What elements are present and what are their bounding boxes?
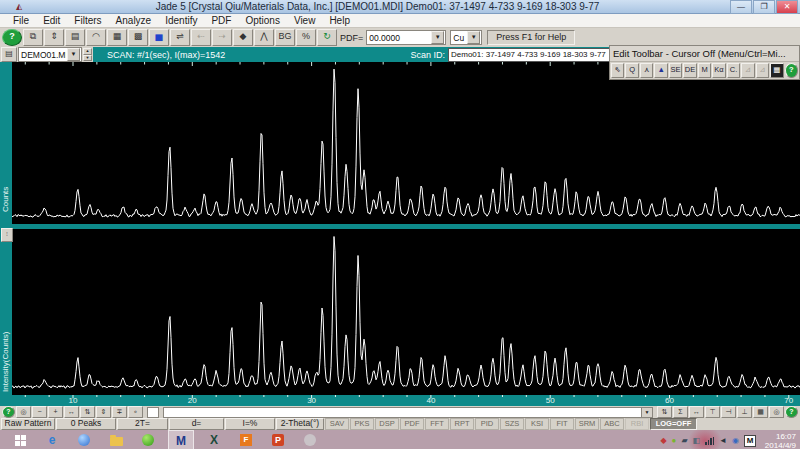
percent-button[interactable]: % bbox=[296, 29, 316, 46]
zoom-out-button[interactable]: − bbox=[32, 406, 47, 418]
status-button-srm[interactable]: SRM bbox=[575, 418, 599, 430]
expand-button[interactable]: ⇕ bbox=[96, 406, 111, 418]
display-button[interactable]: ▩ bbox=[128, 29, 148, 46]
status-button-abc[interactable]: ABC bbox=[600, 418, 624, 430]
status-button-rpt[interactable]: RPT bbox=[450, 418, 474, 430]
antivirus-icon[interactable] bbox=[136, 430, 160, 449]
menu-view[interactable]: View bbox=[287, 14, 323, 27]
input-language-icon[interactable]: M bbox=[744, 435, 756, 447]
grid-button[interactable]: ▦ bbox=[753, 406, 768, 418]
delete-edge-button[interactable]: DE bbox=[683, 63, 696, 78]
profile-fit-button[interactable]: ⋀ bbox=[254, 29, 274, 46]
status-button-ksi[interactable]: KSI bbox=[525, 418, 549, 430]
menu-filters[interactable]: Filters bbox=[67, 14, 108, 27]
help-button[interactable]: ? bbox=[785, 406, 798, 418]
help-button[interactable]: ? bbox=[785, 63, 798, 78]
minimize-button[interactable]: — bbox=[730, 0, 752, 14]
tool-b-button[interactable]: ⊿ bbox=[756, 63, 769, 78]
menu-help[interactable]: Help bbox=[322, 14, 357, 27]
tile-windows-button[interactable]: ▦ bbox=[770, 63, 783, 78]
menu-options[interactable]: Options bbox=[238, 14, 286, 27]
shift-button[interactable]: ∓ bbox=[112, 406, 127, 418]
page-icon[interactable]: ▤ bbox=[1, 47, 17, 62]
graphics-tray-icon[interactable]: ◧ bbox=[693, 436, 701, 446]
origin-button[interactable]: ◎ bbox=[16, 406, 31, 418]
log-toggle-button[interactable]: LOG=OFF bbox=[650, 418, 697, 430]
menu-pdf[interactable]: PDF bbox=[204, 14, 238, 27]
centroid-button[interactable]: C. bbox=[727, 63, 740, 78]
web-update-button[interactable]: ↻ bbox=[317, 29, 337, 46]
align-top-button[interactable]: ⊤ bbox=[705, 406, 720, 418]
reset-button[interactable]: ∘ bbox=[128, 406, 143, 418]
powerpoint-icon[interactable]: P bbox=[266, 430, 290, 449]
anode-combo[interactable]: Cu ▼ bbox=[450, 30, 482, 45]
pdf-combo[interactable]: 00.0000 ▼ bbox=[366, 30, 446, 45]
move-button[interactable]: ◆ bbox=[233, 29, 253, 46]
chevron-down-icon[interactable]: ▼ bbox=[641, 408, 652, 417]
multi-peak-button[interactable]: M bbox=[698, 63, 711, 78]
nav-mini-box[interactable] bbox=[147, 407, 159, 418]
menu-edit[interactable]: Edit bbox=[36, 14, 67, 27]
idle-app-icon[interactable] bbox=[298, 430, 322, 449]
fit-width-button[interactable]: ↔ bbox=[689, 406, 704, 418]
open-file-button[interactable]: ▤ bbox=[65, 29, 85, 46]
histogram-button[interactable]: ▅ bbox=[149, 29, 169, 46]
menu-file[interactable]: File bbox=[6, 14, 36, 27]
start-button[interactable] bbox=[8, 430, 32, 449]
edit-toolbar-title[interactable]: Edit Toolbar - Cursor Off (Menu/Ctrl=Mi.… bbox=[610, 46, 799, 62]
browser-globe-icon[interactable] bbox=[72, 430, 96, 449]
pan-horizontal-button[interactable]: ↔ bbox=[64, 406, 79, 418]
cursor-mode-button[interactable]: ⇖ bbox=[611, 63, 624, 78]
zoom-button[interactable]: Q bbox=[625, 63, 638, 78]
scan-id-input[interactable]: Demo01: 37-1497 4-733 9-169 18-303 9-77 bbox=[448, 48, 610, 62]
chevron-down-icon[interactable]: ▼ bbox=[431, 31, 444, 44]
status-button-pks[interactable]: PKS bbox=[350, 418, 374, 430]
file-spinner[interactable]: ▲▼ bbox=[83, 48, 92, 61]
file-manager-icon[interactable] bbox=[104, 430, 128, 449]
status-button-szs[interactable]: SZS bbox=[500, 418, 524, 430]
ka2-strip-button[interactable]: Kα bbox=[712, 63, 725, 78]
help-button[interactable]: ? bbox=[2, 29, 22, 46]
status-button-pid[interactable]: PID bbox=[475, 418, 499, 430]
overlay-button[interactable]: ◠ bbox=[86, 29, 106, 46]
maximize-button[interactable]: ❐ bbox=[753, 0, 775, 14]
background-button[interactable]: BG bbox=[275, 29, 295, 46]
pdf-reader-icon[interactable]: F bbox=[234, 430, 258, 449]
status-button-dsp[interactable]: DSP bbox=[375, 418, 399, 430]
pattern-tools-button[interactable]: ⧉ bbox=[23, 29, 43, 46]
delete-peak-button[interactable]: ⋏ bbox=[640, 63, 653, 78]
file-combo[interactable]: DEMO01.MDI ▼ bbox=[18, 47, 82, 62]
user-tray-icon[interactable]: ◉ bbox=[732, 436, 739, 446]
alert-tray-icon[interactable]: ◆ bbox=[660, 436, 666, 446]
scroll-button[interactable]: ⇅ bbox=[657, 406, 672, 418]
bottom-plot-canvas[interactable] bbox=[12, 229, 800, 395]
insert-edge-button[interactable]: SE bbox=[669, 63, 682, 78]
pan-vertical-button[interactable]: ⇅ bbox=[80, 406, 95, 418]
spinner-down-icon[interactable]: ▼ bbox=[83, 55, 92, 62]
peak-id-button[interactable]: ⇌ bbox=[170, 29, 190, 46]
prev-button[interactable]: ⇠ bbox=[191, 29, 211, 46]
taskbar-clock[interactable]: 16:07 2014/4/9 bbox=[765, 432, 796, 449]
next-button[interactable]: ⇢ bbox=[212, 29, 232, 46]
internet-explorer-icon[interactable]: e bbox=[40, 430, 64, 449]
volume-icon[interactable]: ◄ bbox=[719, 436, 727, 446]
status-button-fit[interactable]: FIT bbox=[550, 418, 574, 430]
status-button-rbi[interactable]: RBI bbox=[625, 418, 649, 430]
chevron-down-icon[interactable]: ▼ bbox=[67, 48, 80, 61]
nav-combo[interactable]: ▼ bbox=[163, 407, 653, 418]
menu-analyze[interactable]: Analyze bbox=[109, 14, 159, 27]
jade-app-icon[interactable]: M bbox=[168, 430, 194, 449]
status-button-pdf[interactable]: PDF bbox=[400, 418, 424, 430]
align-left-button[interactable]: ⊣ bbox=[721, 406, 736, 418]
target-button[interactable]: ◎ bbox=[769, 406, 784, 418]
help-button[interactable]: ? bbox=[2, 406, 15, 418]
menu-identify[interactable]: Identify bbox=[158, 14, 204, 27]
peaks-button[interactable]: ▲ bbox=[654, 63, 667, 78]
chevron-down-icon[interactable]: ▼ bbox=[467, 31, 480, 44]
status-button-fft[interactable]: FFT bbox=[425, 418, 449, 430]
x-tools-icon[interactable]: X bbox=[202, 430, 226, 449]
status-button-sav[interactable]: SAV bbox=[325, 418, 349, 430]
network-signal-icon[interactable] bbox=[705, 437, 714, 445]
sum-button[interactable]: Σ bbox=[673, 406, 688, 418]
top-plot-canvas[interactable] bbox=[12, 62, 800, 224]
